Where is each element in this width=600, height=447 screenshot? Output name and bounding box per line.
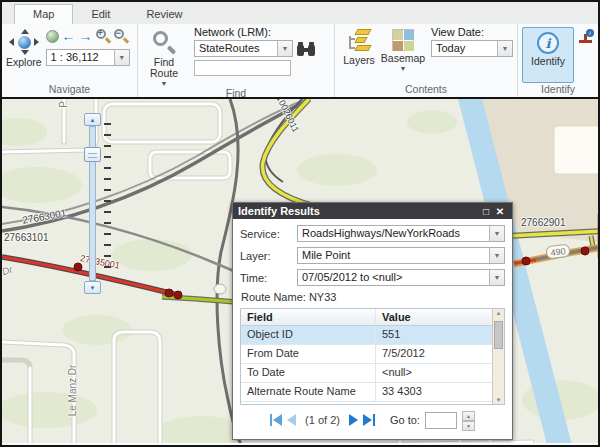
goto-page-input[interactable] bbox=[425, 412, 457, 429]
basemap-button[interactable]: Basemap ▼ bbox=[379, 26, 427, 83]
spinner-up-icon[interactable]: ▲ bbox=[462, 411, 475, 421]
route-name-label: Route Name: bbox=[241, 291, 306, 303]
service-value: RoadsHighways/NewYorkRoads bbox=[298, 226, 489, 241]
small-route-shield bbox=[214, 284, 226, 294]
next-extent-icon[interactable]: → bbox=[79, 30, 93, 43]
network-lrm-combo[interactable]: StateRoutes ▼ bbox=[194, 40, 293, 57]
layers-button[interactable]: Layers bbox=[339, 26, 379, 83]
basemap-label: Basemap bbox=[381, 53, 425, 64]
maximize-icon[interactable]: □ bbox=[479, 206, 493, 217]
group-label-contents: Contents bbox=[335, 83, 517, 97]
find-route-icon bbox=[152, 31, 176, 55]
chevron-down-icon[interactable]: ▼ bbox=[489, 270, 504, 285]
group-identify: i Identify i Identify bbox=[518, 24, 598, 97]
building-footprint bbox=[554, 126, 598, 174]
value-column-header: Value bbox=[376, 309, 504, 325]
zoom-slider-up-button[interactable]: ▲ bbox=[84, 113, 101, 126]
group-label-identify: Identify bbox=[518, 83, 598, 97]
previous-extent-icon[interactable]: ← bbox=[62, 30, 76, 43]
chevron-down-icon: ▼ bbox=[161, 80, 168, 87]
application-window: Map Edit Review Explore bbox=[0, 0, 600, 447]
chevron-down-icon[interactable]: ▼ bbox=[114, 50, 129, 65]
dialog-titlebar[interactable]: Identify Results □ ✕ bbox=[233, 203, 512, 219]
layer-value: Mile Point bbox=[298, 248, 489, 263]
tab-map[interactable]: Map bbox=[14, 4, 73, 24]
ribbon: Map Edit Review Explore bbox=[2, 2, 598, 97]
goto-spinner[interactable]: ▲ ▼ bbox=[462, 411, 475, 429]
table-row[interactable]: From Date 7/5/2012 bbox=[241, 345, 504, 364]
route-name-value: NY33 bbox=[309, 291, 337, 303]
identify-icon: i bbox=[537, 32, 559, 54]
scroll-up-icon[interactable]: ▲ bbox=[493, 310, 504, 316]
route-label-27662901: 27662901 bbox=[521, 217, 566, 228]
explore-icon bbox=[9, 29, 39, 55]
attributes-table: Field Value Object ID 551 From Date 7/5/… bbox=[240, 308, 505, 405]
chevron-down-icon[interactable]: ▼ bbox=[497, 41, 512, 56]
layers-label: Layers bbox=[343, 55, 375, 66]
view-date-label: View Date: bbox=[431, 26, 513, 40]
full-extent-icon[interactable] bbox=[46, 30, 59, 43]
table-row[interactable]: Alternate Route Name 33 4303 bbox=[241, 383, 504, 402]
chevron-down-icon[interactable]: ▼ bbox=[277, 41, 292, 56]
time-value: 07/05/2012 to <null> bbox=[298, 270, 489, 285]
network-lrm-value: StateRoutes bbox=[195, 41, 277, 56]
goto-label: Go to: bbox=[390, 414, 420, 426]
table-scrollbar[interactable]: ▲ ▼ bbox=[492, 309, 504, 404]
layers-icon bbox=[347, 29, 371, 53]
binoculars-icon[interactable] bbox=[297, 42, 315, 56]
time-label: Time: bbox=[240, 272, 297, 284]
green-route-segment bbox=[162, 297, 235, 302]
street-label-lemanz: Le Manz Dr bbox=[67, 361, 78, 421]
basemap-icon bbox=[392, 29, 414, 51]
layer-combo[interactable]: Mile Point ▼ bbox=[297, 247, 505, 264]
field-column-header: Field bbox=[241, 309, 376, 325]
service-combo[interactable]: RoadsHighways/NewYorkRoads ▼ bbox=[297, 225, 505, 242]
explore-label: Explore bbox=[6, 57, 42, 68]
scrollbar-thumb[interactable] bbox=[494, 321, 503, 349]
zoom-slider-ticks bbox=[104, 123, 111, 277]
zoom-slider-down-button[interactable]: ▼ bbox=[84, 281, 101, 294]
tab-edit[interactable]: Edit bbox=[73, 5, 128, 24]
chevron-down-icon[interactable]: ▼ bbox=[489, 248, 504, 263]
find-route-button[interactable]: FindRoute ▼ bbox=[142, 26, 186, 87]
dialog-title: Identify Results bbox=[238, 205, 320, 217]
ribbon-tabbar: Map Edit Review bbox=[2, 2, 598, 24]
table-header: Field Value bbox=[241, 309, 504, 326]
map-scale-value: 1 : 36,112 bbox=[47, 50, 114, 65]
spinner-down-icon[interactable]: ▼ bbox=[462, 421, 475, 431]
route-label-27663101: 27663101 bbox=[4, 232, 49, 243]
map-scale-combo[interactable]: 1 : 36,112 ▼ bbox=[46, 49, 130, 66]
view-date-value: Today bbox=[432, 41, 497, 56]
close-icon[interactable]: ✕ bbox=[493, 206, 507, 217]
route-value-input[interactable] bbox=[194, 60, 291, 76]
table-row[interactable]: Object ID 551 bbox=[241, 326, 504, 345]
zoom-slider-handle[interactable] bbox=[84, 147, 101, 162]
identify-label: Identify bbox=[531, 56, 565, 67]
table-row[interactable]: To Date <null> bbox=[241, 364, 504, 383]
pagination-bar: (1 of 2) Go to: ▲ ▼ bbox=[240, 405, 505, 435]
next-page-button[interactable] bbox=[349, 414, 358, 426]
group-find: FindRoute ▼ Network (LRM): StateRoutes ▼ bbox=[138, 24, 335, 97]
scroll-down-icon[interactable]: ▼ bbox=[493, 397, 504, 403]
network-lrm-label: Network (LRM): bbox=[194, 26, 315, 40]
view-date-combo[interactable]: Today ▼ bbox=[431, 40, 513, 57]
tab-review[interactable]: Review bbox=[128, 5, 200, 24]
last-page-button[interactable] bbox=[363, 414, 375, 426]
zoom-out-icon[interactable]: − bbox=[114, 29, 129, 44]
previous-page-button[interactable] bbox=[287, 414, 296, 426]
layer-label: Layer: bbox=[240, 250, 297, 262]
page-indicator: (1 of 2) bbox=[305, 414, 340, 426]
service-label: Service: bbox=[240, 228, 297, 240]
chevron-down-icon: ▼ bbox=[400, 65, 407, 72]
time-combo[interactable]: 07/05/2012 to <null> ▼ bbox=[297, 269, 505, 286]
street-label-p: P bbox=[58, 97, 69, 117]
identify-button[interactable]: i Identify bbox=[522, 27, 574, 83]
zoom-in-icon[interactable]: + bbox=[96, 29, 111, 44]
group-contents: Layers Basemap ▼ View Date: Today ▼ bbox=[335, 24, 518, 97]
map-view[interactable]: 27663001 27663101 27935001 27662901 1002… bbox=[2, 97, 598, 443]
identify-route-locations-icon[interactable]: i bbox=[578, 29, 594, 45]
chevron-down-icon[interactable]: ▼ bbox=[489, 226, 504, 241]
first-page-button[interactable] bbox=[270, 414, 282, 426]
explore-button[interactable]: Explore bbox=[6, 26, 42, 83]
identify-results-dialog: Identify Results □ ✕ Service: RoadsHighw… bbox=[232, 202, 513, 440]
